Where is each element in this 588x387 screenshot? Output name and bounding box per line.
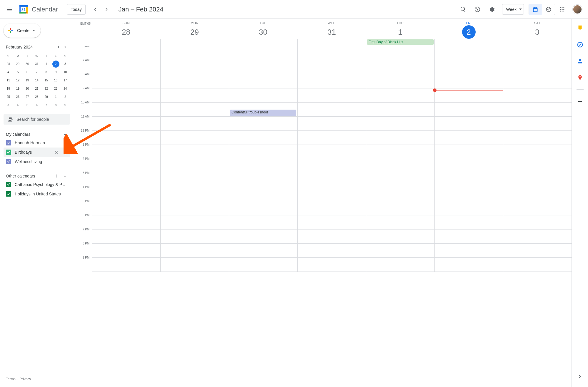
mini-day[interactable]: 13	[24, 77, 31, 84]
mini-day[interactable]: 22	[43, 85, 50, 92]
mini-day[interactable]: 1	[43, 61, 50, 68]
day-header[interactable]: THU1	[366, 19, 434, 39]
mini-day[interactable]: 29	[43, 93, 50, 100]
day-column[interactable]: Contentful troubleshoot	[229, 46, 297, 272]
calendar-item[interactable]: Hannah Herman	[4, 138, 70, 148]
mini-day[interactable]: 8	[52, 102, 59, 109]
allday-event[interactable]: First Day of Black Hist	[367, 39, 434, 45]
allday-cell[interactable]	[160, 39, 229, 46]
contacts-button[interactable]	[574, 55, 586, 67]
allday-cell[interactable]	[229, 39, 297, 46]
event-block[interactable]: Contentful troubleshoot	[230, 110, 296, 116]
allday-cell[interactable]	[92, 39, 160, 46]
calendar-item[interactable]: Catharsis Psychology & P...	[4, 180, 70, 189]
time-grid[interactable]: 6 AM7 AM8 AM9 AM10 AM11 AM12 PM1 PM2 PM3…	[75, 46, 572, 387]
day-column[interactable]	[366, 46, 434, 272]
app-logo[interactable]: 31 Calendar	[16, 4, 67, 15]
mini-day[interactable]: 5	[14, 69, 21, 76]
privacy-link[interactable]: Privacy	[19, 377, 31, 381]
mini-day[interactable]: 9	[62, 102, 69, 109]
add-addon-button[interactable]	[574, 96, 586, 107]
mini-day[interactable]: 15	[43, 77, 50, 84]
mini-prev-month-button[interactable]	[55, 43, 62, 51]
mini-day[interactable]: 12	[14, 77, 21, 84]
day-header[interactable]: MON29	[160, 19, 229, 39]
day-header[interactable]: FRI2	[434, 19, 503, 39]
day-header[interactable]: TUE30	[229, 19, 297, 39]
support-button[interactable]	[470, 2, 484, 16]
mini-day[interactable]: 7	[43, 102, 50, 109]
mini-day[interactable]: 25	[5, 93, 12, 100]
account-avatar[interactable]	[573, 5, 582, 14]
prev-period-button[interactable]	[89, 4, 101, 15]
search-button[interactable]	[456, 2, 470, 16]
mini-next-month-button[interactable]	[62, 43, 69, 51]
day-column[interactable]	[92, 46, 160, 272]
mini-day[interactable]: 10	[62, 69, 69, 76]
google-apps-button[interactable]	[555, 2, 569, 16]
today-button[interactable]: Today	[67, 4, 85, 15]
calendar-view-button[interactable]	[529, 4, 542, 15]
hide-sidepanel-button[interactable]	[574, 371, 586, 382]
allday-cell[interactable]	[297, 39, 366, 46]
settings-button[interactable]	[484, 2, 499, 16]
mini-day[interactable]: 28	[5, 61, 12, 68]
mini-day[interactable]: 23	[52, 85, 59, 92]
mini-day[interactable]: 31	[33, 61, 40, 68]
mini-day[interactable]: 4	[5, 69, 12, 76]
my-calendars-toggle[interactable]: My calendars	[4, 130, 70, 138]
plus-icon[interactable]	[54, 173, 59, 179]
mini-day[interactable]: 16	[52, 77, 59, 84]
mini-day[interactable]: 11	[5, 77, 12, 84]
day-header[interactable]: WED31	[297, 19, 366, 39]
mini-day[interactable]: 14	[33, 77, 40, 84]
mini-day[interactable]: 19	[14, 85, 21, 92]
main-menu-button[interactable]	[2, 2, 16, 16]
day-header[interactable]: SUN28	[92, 19, 160, 39]
create-button[interactable]: Create	[4, 24, 41, 38]
mini-day[interactable]: 1	[52, 93, 59, 100]
allday-cell[interactable]	[434, 39, 503, 46]
day-column[interactable]	[434, 46, 503, 272]
mini-day[interactable]: 4	[14, 102, 21, 109]
mini-day[interactable]: 27	[24, 93, 31, 100]
tasks-button[interactable]	[574, 39, 586, 51]
calendar-item[interactable]: Holidays in United States	[4, 189, 70, 199]
allday-cell[interactable]	[503, 39, 572, 46]
search-people-input[interactable]: Search for people	[4, 114, 70, 125]
mini-day[interactable]: 3	[5, 102, 12, 109]
unsubscribe-button[interactable]	[53, 149, 60, 156]
allday-cell[interactable]: First Day of Black Hist	[366, 39, 434, 46]
mini-day[interactable]: 6	[24, 69, 31, 76]
mini-day[interactable]: 6	[33, 102, 40, 109]
mini-day[interactable]: 2	[62, 93, 69, 100]
mini-day[interactable]: 30	[24, 61, 31, 68]
calendar-item[interactable]: WellnessLiving	[4, 157, 70, 166]
day-column[interactable]	[503, 46, 572, 272]
mini-day[interactable]: 29	[14, 61, 21, 68]
maps-button[interactable]	[574, 72, 586, 83]
mini-day[interactable]: 2	[52, 61, 59, 68]
mini-day[interactable]: 7	[33, 69, 40, 76]
mini-day[interactable]: 28	[33, 93, 40, 100]
mini-day[interactable]: 17	[62, 77, 69, 84]
tasks-view-button[interactable]	[542, 4, 555, 15]
day-column[interactable]	[297, 46, 366, 272]
other-calendars-toggle[interactable]: Other calendars	[4, 172, 70, 180]
mini-day[interactable]: 21	[33, 85, 40, 92]
day-header[interactable]: SAT3	[503, 19, 572, 39]
mini-day[interactable]: 26	[14, 93, 21, 100]
mini-day[interactable]: 18	[5, 85, 12, 92]
mini-day[interactable]: 9	[52, 69, 59, 76]
day-column[interactable]	[160, 46, 229, 272]
mini-day[interactable]: 24	[62, 85, 69, 92]
view-selector[interactable]: Week	[502, 4, 524, 15]
mini-day[interactable]: 5	[24, 102, 31, 109]
next-period-button[interactable]	[101, 4, 113, 15]
mini-day[interactable]: 8	[43, 69, 50, 76]
mini-day[interactable]: 3	[62, 61, 69, 68]
keep-button[interactable]	[574, 22, 586, 34]
calendar-item[interactable]: Birthdays	[4, 148, 70, 157]
calendar-options-button[interactable]	[62, 149, 69, 156]
terms-link[interactable]: Terms	[6, 377, 16, 381]
